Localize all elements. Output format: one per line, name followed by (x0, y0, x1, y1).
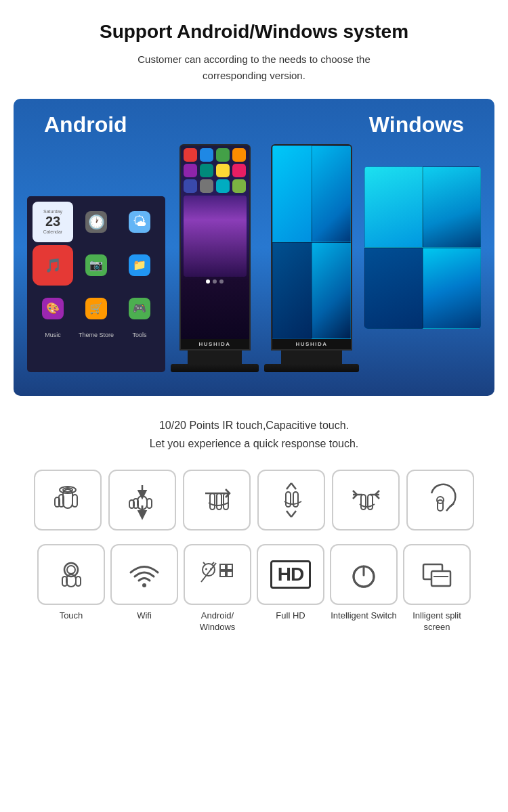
windows-kiosk-screen (272, 145, 351, 339)
feature-split-box (403, 544, 471, 605)
svg-rect-8 (147, 499, 152, 508)
svg-point-20 (67, 566, 75, 574)
gesture-grid (14, 470, 494, 531)
feature-wifi-box (110, 544, 178, 605)
rotate-icon (422, 480, 459, 520)
svg-line-29 (212, 562, 214, 564)
swipe-icon (124, 480, 161, 520)
svg-point-25 (203, 564, 215, 576)
android-photos-app: 📷 (76, 245, 117, 286)
feature-switch-icon (347, 558, 381, 591)
feature-touch-icon (54, 558, 88, 591)
android-weather-app: 🌤 (119, 202, 160, 242)
feature-touch-box (37, 544, 105, 605)
svg-rect-32 (227, 564, 232, 570)
android-kiosk-screen (181, 145, 249, 339)
svg-rect-18 (438, 500, 443, 511)
feature-android-windows: Android/Windows (184, 544, 251, 633)
feature-hd: HD Full HD (257, 544, 324, 633)
svg-rect-23 (76, 577, 81, 586)
android-files-app: 📁 (119, 245, 160, 286)
android-tools-label: Tools (119, 332, 160, 338)
win-pane-2 (423, 166, 481, 248)
gesture-swipe (108, 470, 176, 531)
windows-kiosk-base (264, 364, 359, 372)
android-bg-panel: Saturday 23 Calendar 🕐 🌤 🎵 📷 📁 🎨 (27, 196, 165, 372)
windows-kiosk-brand: HUSHIDA (272, 339, 351, 349)
feature-wifi-label: Wifi (137, 610, 152, 622)
svg-rect-31 (220, 564, 226, 570)
feature-switch: Intelligent Switch (330, 544, 398, 633)
svg-rect-34 (227, 571, 232, 577)
android-theme-app: 🎨 (33, 288, 73, 329)
feature-touch-label: Touch (60, 610, 83, 622)
page-subtitle: Customer can according to the needs to c… (137, 51, 371, 84)
android-kiosk-base (171, 364, 259, 372)
gesture-tap (34, 470, 102, 531)
android-kiosk-frame: HUSHIDA (179, 144, 251, 351)
feature-split: Inlligent split screen (403, 544, 471, 633)
android-label: Android (44, 112, 127, 137)
android-kiosk-stand (188, 351, 242, 364)
gesture-scroll (257, 470, 325, 531)
feature-wifi-icon (127, 558, 161, 591)
feature-android-windows-box (184, 544, 251, 605)
svg-point-24 (142, 583, 146, 587)
android-kiosk-brand: HUSHIDA (181, 339, 249, 349)
gesture-two-finger-swipe (332, 470, 400, 531)
win-pane-1 (364, 166, 423, 248)
svg-rect-11 (217, 493, 221, 510)
feature-android-windows-icon (199, 558, 236, 591)
android-theme-store-label: Theme Store (76, 332, 117, 338)
gesture-rotate (406, 470, 474, 531)
feature-wifi: Wifi (110, 544, 178, 633)
gesture-three-finger (183, 470, 251, 531)
svg-point-26 (205, 568, 207, 570)
feature-switch-box (330, 544, 398, 605)
android-market-app: 🛒 (76, 288, 117, 329)
android-game-app: 🎮 (119, 288, 160, 329)
feature-switch-label: Intelligent Switch (331, 610, 397, 622)
feature-android-windows-label: Android/Windows (200, 610, 236, 633)
scroll-icon (273, 480, 310, 520)
tap-icon (49, 480, 87, 520)
android-music-label: Music (33, 332, 73, 338)
feature-split-label: Inlligent split screen (403, 610, 471, 633)
windows-kiosk-frame: HUSHIDA (271, 144, 352, 351)
android-music-app: 🎵 (33, 245, 73, 286)
touch-description: 10/20 Points IR touch,Capacitive touch. … (150, 416, 359, 453)
touch-section: 10/20 Points IR touch,Capacitive touch. … (14, 416, 494, 633)
svg-rect-33 (220, 571, 226, 577)
two-finger-swipe-icon (347, 480, 385, 520)
svg-rect-10 (210, 493, 215, 510)
page-title: Support Android/Windows system (100, 20, 408, 43)
win-pane-3 (364, 248, 423, 329)
svg-line-28 (203, 562, 205, 564)
svg-rect-13 (286, 492, 291, 507)
os-label-row: Android Windows (24, 112, 484, 137)
win-pane-4 (423, 248, 481, 329)
feature-touch: Touch (37, 544, 105, 633)
three-finger-icon (198, 480, 236, 520)
feature-hd-box: HD (257, 544, 324, 605)
android-kiosk: HUSHIDA (171, 144, 259, 372)
display-section: Android Windows Saturday 23 Calendar 🕐 🌤… (14, 99, 494, 396)
svg-rect-37 (431, 571, 450, 586)
windows-bg-panel (364, 166, 481, 329)
feature-split-icon (420, 558, 454, 591)
hd-text: HD (270, 560, 311, 589)
windows-kiosk-stand (281, 351, 342, 364)
feature-hd-label: Full HD (276, 610, 305, 622)
android-clock-app: 🕐 (76, 202, 117, 242)
windows-kiosk: HUSHIDA (264, 144, 359, 372)
svg-rect-4 (72, 495, 77, 507)
windows-label: Windows (369, 112, 464, 137)
feature-grid: Touch Wifi (14, 544, 494, 633)
